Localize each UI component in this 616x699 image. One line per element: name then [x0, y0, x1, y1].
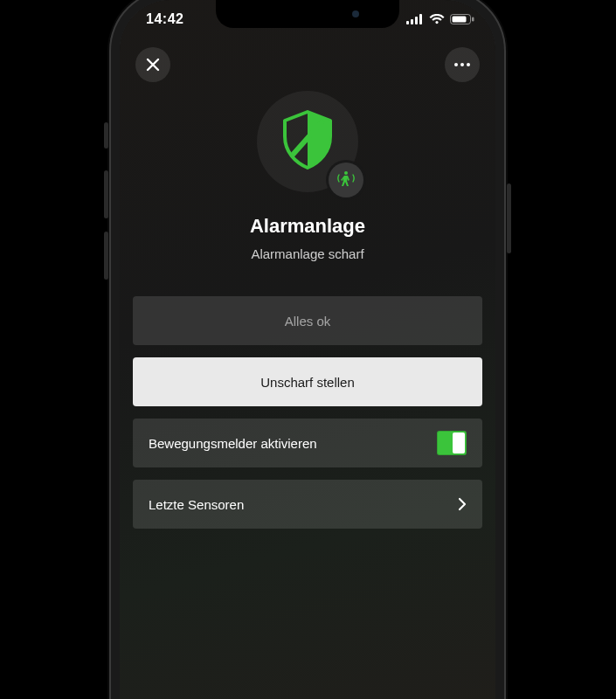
- motion-toggle[interactable]: [437, 431, 467, 455]
- svg-rect-3: [419, 14, 422, 24]
- chevron-right-icon: [458, 497, 467, 511]
- sensors-label: Letzte Sensoren: [149, 497, 244, 512]
- more-icon: [454, 63, 470, 66]
- alarm-shield-tile: [257, 91, 358, 192]
- phone-frame: 14:42: [120, 0, 495, 699]
- page-title: Alarmanlage: [250, 215, 365, 238]
- hw-power-button: [507, 183, 511, 253]
- svg-point-10: [344, 171, 348, 175]
- motion-sensor-icon: [336, 169, 356, 191]
- disarm-button[interactable]: Unscharf stellen: [133, 357, 482, 406]
- screen: 14:42: [120, 0, 495, 699]
- svg-rect-6: [472, 17, 474, 22]
- svg-rect-2: [415, 17, 418, 24]
- shield-icon: [281, 110, 334, 173]
- hw-volume-down: [104, 232, 108, 280]
- motion-row[interactable]: Bewegungsmelder aktivieren: [133, 419, 482, 467]
- motion-badge: [329, 163, 363, 197]
- hw-volume-up: [104, 170, 108, 218]
- svg-rect-1: [411, 19, 413, 24]
- status-time: 14:42: [146, 11, 183, 27]
- sensors-row[interactable]: Letzte Sensoren: [133, 480, 482, 529]
- toggle-knob: [453, 433, 465, 453]
- status-label: Alles ok: [285, 314, 331, 329]
- status-bar: 14:42: [120, 0, 495, 38]
- wifi-icon: [429, 14, 445, 24]
- close-icon: [146, 58, 160, 72]
- close-button[interactable]: [135, 47, 170, 82]
- cellular-icon: [406, 14, 424, 24]
- svg-rect-5: [453, 17, 467, 23]
- svg-rect-0: [406, 21, 409, 24]
- svg-point-7: [454, 63, 458, 66]
- svg-point-8: [460, 63, 464, 66]
- more-button[interactable]: [445, 47, 480, 82]
- svg-point-9: [467, 63, 470, 66]
- page-subtitle: Alarmanlage scharf: [251, 246, 363, 261]
- battery-icon: [450, 14, 474, 24]
- disarm-label: Unscharf stellen: [260, 375, 355, 390]
- motion-label: Bewegungsmelder aktivieren: [149, 436, 317, 451]
- hw-mute-switch: [104, 122, 108, 149]
- status-tile: Alles ok: [133, 296, 482, 345]
